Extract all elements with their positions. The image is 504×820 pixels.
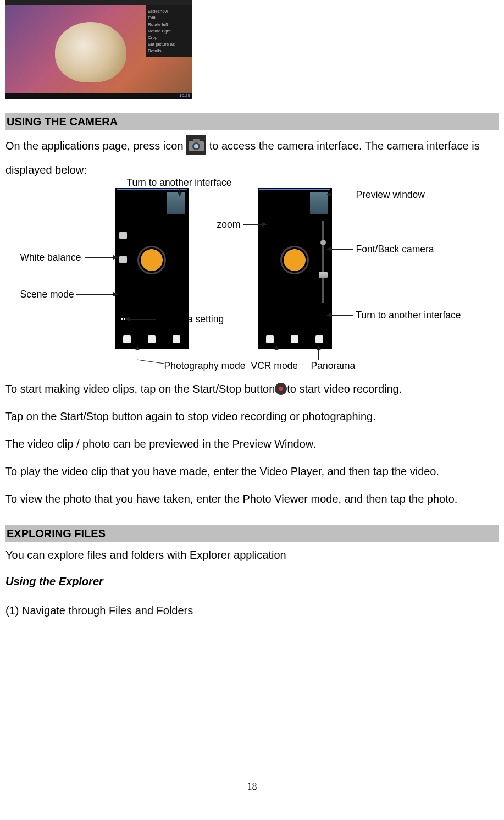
status-time: 10:29 xyxy=(179,93,190,98)
switch-camera-icon xyxy=(319,272,328,278)
page-number: 18 xyxy=(0,781,504,793)
menu-item-crop: Crop xyxy=(148,35,190,40)
menu-item-set-as: Set picture as xyxy=(148,42,190,47)
shutter-button-right xyxy=(280,246,309,274)
camera-p2: To start making video clips, tap on the … xyxy=(5,377,499,401)
photo-content-dog xyxy=(55,22,126,82)
context-menu: Slideshow Edit Rotate left Rotate right … xyxy=(146,5,192,57)
camera-p6: To view the photo that you have taken, e… xyxy=(5,487,499,511)
panorama-mode-icon-r xyxy=(315,335,323,343)
menu-item-details: Details xyxy=(148,48,190,53)
photo-mode-icon-r xyxy=(266,335,274,343)
camera-interface-diagram: ••• Turn to another interface White bala… xyxy=(21,182,483,377)
label-turn-interface2: Turn to another interface xyxy=(356,310,461,321)
menu-item-rotate-left: Rotate left xyxy=(148,22,190,27)
camera-app-icon xyxy=(186,135,206,155)
video-mode-icon xyxy=(148,335,156,343)
camera-p2b: to start video recording. xyxy=(287,383,402,395)
menu-item-slideshow: Slideshow xyxy=(148,9,190,14)
preview-thumb-left xyxy=(167,192,185,214)
scene-mode-icon xyxy=(119,256,127,263)
label-vcr-mode: VCR mode xyxy=(251,361,298,371)
label-font-back: Font/Back camera xyxy=(356,244,434,255)
label-zoom: zoom xyxy=(217,219,241,230)
svg-rect-1 xyxy=(193,139,200,142)
label-preview-window: Preview window xyxy=(356,190,425,200)
camera-p4: The video clip / photo can be previewed … xyxy=(5,432,499,456)
camera-intro-para: On the applications page, press icon to … xyxy=(5,134,499,182)
video-mode-icon-r xyxy=(291,335,298,343)
label-camera-setting: Camera setting xyxy=(159,314,224,324)
label-white-balance: White balance xyxy=(20,252,81,263)
gallery-screenshot: Slideshow Edit Rotate left Rotate right … xyxy=(5,0,192,99)
menu-item-edit: Edit xyxy=(148,15,190,20)
camera-p2a: To start making video clips, tap on the … xyxy=(5,383,275,395)
label-scene-mode: Scene mode xyxy=(20,289,74,300)
explore-intro: You can explore files and folders with E… xyxy=(5,547,499,563)
white-balance-icon xyxy=(119,232,127,239)
shutter-button-left xyxy=(137,246,166,274)
photo-mode-icon xyxy=(123,335,131,343)
camera-p3: Tap on the Start/Stop button again to st… xyxy=(5,404,499,428)
camera-ui-left: ••• xyxy=(115,188,189,349)
svg-line-4 xyxy=(137,360,164,364)
zoom-slider xyxy=(322,221,324,303)
label-panorama: Panorama xyxy=(311,361,356,371)
label-turn-interface: Turn to another interface xyxy=(127,178,232,188)
nav-bar xyxy=(5,93,192,99)
list-item-navigate: (1) Navigate through Files and Folders xyxy=(5,604,499,617)
panorama-mode-icon xyxy=(173,335,180,343)
para-text-a: On the applications page, press icon xyxy=(5,140,186,152)
menu-item-rotate-right: Rotate right xyxy=(148,29,190,34)
svg-point-3 xyxy=(194,144,198,148)
preview-thumb-right xyxy=(310,192,328,214)
camera-ui-right xyxy=(258,188,332,349)
subheading-using-explorer: Using the Explorer xyxy=(5,575,499,588)
status-bar xyxy=(5,0,192,5)
camera-p5: To play the video clip that you have mad… xyxy=(5,459,499,483)
heading-using-camera: USING THE CAMERA xyxy=(5,113,499,130)
heading-exploring-files: EXPLORING FILES xyxy=(5,525,499,542)
record-icon xyxy=(275,383,287,395)
